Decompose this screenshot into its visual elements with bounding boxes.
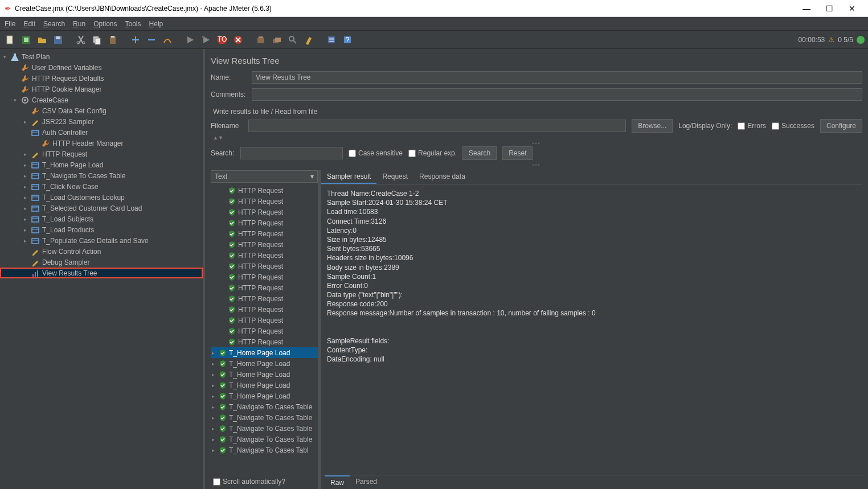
clear-button[interactable] [254,33,268,47]
tree-item[interactable]: ▸T_Load Customers Lookup [0,192,203,203]
result-row[interactable]: ▸T_Navigate To Cases Table [211,401,318,412]
tree-item[interactable]: ▸T_Click New Case [0,181,203,192]
tree-item[interactable]: View Results Tree [0,268,203,278]
result-row[interactable]: HTTP Request [211,315,318,326]
result-row[interactable]: HTTP Request [211,293,318,304]
tab-response-data[interactable]: Response data [413,170,471,184]
result-row[interactable]: ▸T_Home Page Load [211,380,318,391]
tab-sampler-result[interactable]: Sampler result [321,170,376,184]
result-row[interactable]: HTTP Request [211,228,318,239]
expand-arrow-icon[interactable]: ▸ [24,238,31,244]
tab-parsed[interactable]: Parsed [350,475,383,489]
expand-arrow-icon[interactable]: ▸ [212,383,219,388]
expand-arrow-icon[interactable]: ▸ [24,206,31,211]
regex-checkbox[interactable]: Regular exp. [408,149,457,157]
expand-arrow-icon[interactable]: ▸ [24,162,31,168]
successes-checkbox[interactable]: Successes [772,122,814,130]
result-row[interactable]: HTTP Request [211,250,318,261]
expand-arrow-icon[interactable]: ▸ [24,173,31,179]
result-row[interactable]: HTTP Request [211,336,318,347]
result-row[interactable]: HTTP Request [211,207,318,217]
close-button[interactable]: ✕ [841,4,863,13]
paste-button[interactable] [106,33,120,47]
comments-input[interactable] [252,88,862,101]
menu-options[interactable]: Options [93,20,117,28]
result-row[interactable]: HTTP Request [211,217,318,228]
tree-item[interactable]: HTTP Cookie Manager [0,84,203,94]
reset-search-button[interactable] [302,33,316,47]
tree-item[interactable]: ▸T_Selected Customer Card Load [0,203,203,213]
splitter-grip[interactable] [211,141,862,146]
tree-item[interactable]: Flow Control Action [0,246,203,257]
collapse-arrows[interactable]: ▲▼ [211,135,862,141]
result-row[interactable]: ▸T_Home Page Load [211,391,318,401]
reset-button[interactable]: Reset [502,146,533,160]
open-button[interactable] [35,33,49,47]
result-row[interactable]: HTTP Request [211,185,318,196]
tree-item[interactable]: Debug Sampler [0,257,203,268]
configure-button[interactable]: Configure [820,119,862,133]
clear-all-button[interactable] [270,33,284,47]
menu-help[interactable]: Help [149,20,163,28]
expand-arrow-icon[interactable]: ▸ [212,415,219,421]
result-row[interactable]: HTTP Request [211,326,318,336]
expand-arrow-icon[interactable]: ▸ [24,151,31,157]
search-button[interactable]: Search [462,146,497,160]
tree-item[interactable]: CSV Data Set Config [0,105,203,116]
splitter-grip-2[interactable] [211,162,862,168]
minimize-button[interactable]: — [795,4,818,13]
result-row[interactable]: HTTP Request [211,261,318,272]
menu-file[interactable]: File [5,20,15,28]
renderer-combo[interactable]: Text ▾ [211,170,318,183]
collapse-button[interactable] [145,33,158,47]
case-sensitive-checkbox[interactable]: Case sensitive [349,149,403,157]
test-plan-tree[interactable]: ▾Test PlanUser Defined VariablesHTTP Req… [0,49,205,489]
expand-arrow-icon[interactable]: ▸ [212,350,219,356]
start-no-timers-button[interactable] [199,33,213,47]
expand-arrow-icon[interactable]: ▸ [212,393,219,399]
result-row[interactable]: HTTP Request [211,196,318,207]
maximize-button[interactable]: ☐ [818,4,841,13]
expand-arrow-icon[interactable]: ▸ [24,184,31,190]
copy-button[interactable] [90,33,104,47]
help-button[interactable]: ? [341,33,354,47]
result-row[interactable]: HTTP Request [211,272,318,282]
function-helper-button[interactable] [325,33,338,47]
new-button[interactable] [3,33,17,47]
result-row[interactable]: ▸T_Home Page Load [211,358,318,369]
tree-item[interactable]: ▸T_Load Products [0,224,203,235]
tab-request[interactable]: Request [376,170,413,184]
tree-item[interactable]: ▸T_Navigate To Cases Table [0,170,203,181]
expand-arrow-icon[interactable]: ▸ [24,216,31,222]
cut-button[interactable] [74,33,88,47]
stop-button[interactable]: STOP [215,33,229,47]
result-row[interactable]: ▸T_Navigate To Cases Table [211,423,318,434]
expand-arrow-icon[interactable]: ▸ [24,119,31,125]
result-row[interactable]: ▸T_Home Page Load [211,369,318,380]
result-row[interactable]: ▸T_Navigate To Cases Table [211,412,318,423]
tree-item[interactable]: ▾CreateCase [0,94,203,105]
start-button[interactable] [183,33,197,47]
expand-arrow-icon[interactable]: ▸ [212,437,219,442]
expand-arrow-icon[interactable]: ▾ [14,97,21,103]
result-row[interactable]: HTTP Request [211,239,318,250]
expand-arrow-icon[interactable]: ▸ [212,404,219,410]
expand-arrow-icon[interactable]: ▾ [3,54,10,60]
results-list[interactable]: HTTP RequestHTTP RequestHTTP RequestHTTP… [211,185,318,474]
save-button[interactable] [51,33,65,47]
tree-item[interactable]: User Defined Variables [0,62,203,73]
tree-item[interactable]: HTTP Header Manager [0,138,203,149]
tree-item[interactable]: ▾Test Plan [0,51,203,62]
tree-item[interactable]: ▸T_Populate Case Details and Save [0,235,203,246]
expand-button[interactable] [129,33,142,47]
expand-arrow-icon[interactable]: ▸ [212,372,219,377]
expand-arrow-icon[interactable]: ▸ [24,227,31,233]
search-input[interactable] [240,147,343,159]
name-input[interactable] [252,71,862,84]
tree-item[interactable]: HTTP Request Defaults [0,73,203,84]
tab-raw[interactable]: Raw [325,475,350,489]
expand-arrow-icon[interactable]: ▸ [212,447,219,453]
filename-input[interactable] [248,120,626,132]
templates-button[interactable] [19,33,33,47]
result-row[interactable]: ▸T_Navigate To Cases Tabl [211,445,318,455]
